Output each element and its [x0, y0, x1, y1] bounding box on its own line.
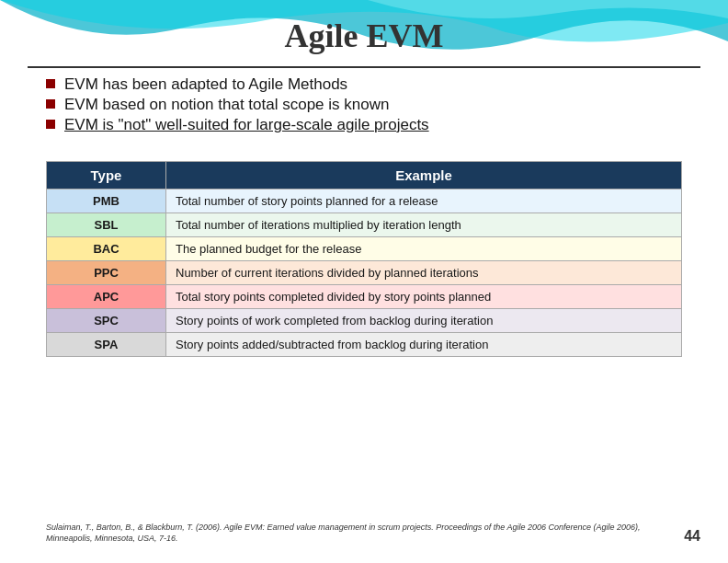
bullet-text-3: EVM is "not" well-suited for large-scale…: [64, 116, 429, 134]
type-pmb: PMB: [47, 190, 166, 213]
bullet-text-2: EVM based on notion that total scope is …: [64, 96, 389, 114]
table-header-row: Type Example: [47, 162, 682, 190]
example-pmb: Total number of story points planned for…: [166, 190, 682, 213]
bullet-item-1: EVM has been adapted to Agile Methods: [46, 75, 700, 94]
header-example: Example: [166, 162, 682, 190]
type-spc: SPC: [47, 309, 166, 333]
bullet-item-2: EVM based on notion that total scope is …: [46, 96, 700, 114]
example-apc: Total story points completed divided by …: [166, 285, 682, 309]
example-spa: Story points added/subtracted from backl…: [166, 333, 682, 357]
bullet-text-1: EVM has been adapted to Agile Methods: [64, 75, 347, 94]
bullet-icon-1: [46, 79, 55, 88]
table-container: Type Example PMB Total number of story p…: [46, 161, 682, 357]
title-underline: [28, 66, 700, 68]
example-bac: The planned budget for the release: [166, 237, 682, 261]
type-sbl: SBL: [47, 213, 166, 237]
page-number: 44: [684, 528, 700, 545]
bullet-icon-3: [46, 120, 55, 129]
type-spa: SPA: [47, 333, 166, 357]
evm-table: Type Example PMB Total number of story p…: [46, 161, 682, 357]
type-apc: APC: [47, 285, 166, 309]
table-row-spc: SPC Story points of work completed from …: [47, 309, 682, 333]
table-row-pmb: PMB Total number of story points planned…: [47, 190, 682, 213]
table-row-spa: SPA Story points added/subtracted from b…: [47, 333, 682, 357]
slide: Agile EVM EVM has been adapted to Agile …: [0, 0, 728, 563]
example-ppc: Number of current iterations divided by …: [166, 261, 682, 285]
bullet-item-3: EVM is "not" well-suited for large-scale…: [46, 116, 700, 134]
example-spc: Story points of work completed from back…: [166, 309, 682, 333]
header-type: Type: [47, 162, 166, 190]
citation: Sulaiman, T., Barton, B., & Blackburn, T…: [46, 522, 654, 545]
example-sbl: Total number of iterations multiplied by…: [166, 213, 682, 237]
type-bac: BAC: [47, 237, 166, 261]
slide-title: Agile EVM: [0, 17, 728, 55]
table-row-apc: APC Total story points completed divided…: [47, 285, 682, 309]
bullet-icon-2: [46, 99, 55, 109]
table-row-sbl: SBL Total number of iterations multiplie…: [47, 213, 682, 237]
table-row-ppc: PPC Number of current iterations divided…: [47, 261, 682, 285]
table-row-bac: BAC The planned budget for the release: [47, 237, 682, 261]
type-ppc: PPC: [47, 261, 166, 285]
bullets-section: EVM has been adapted to Agile Methods EV…: [46, 75, 700, 136]
